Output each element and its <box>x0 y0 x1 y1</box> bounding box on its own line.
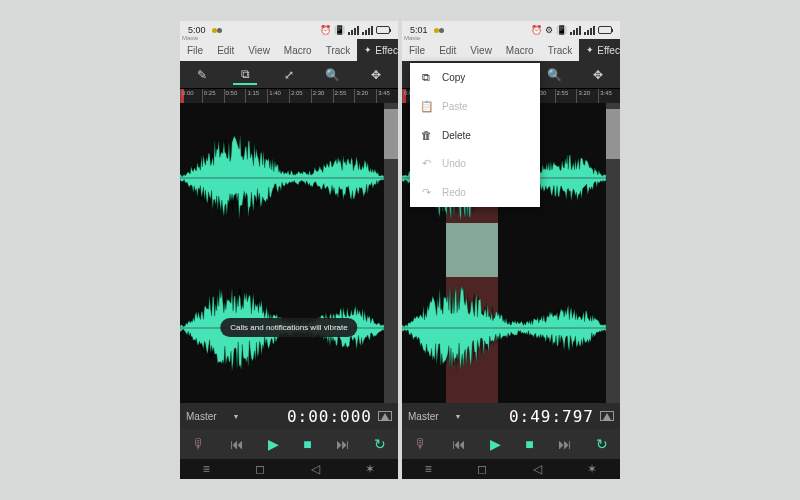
transport-bar: 🎙 ⏮ ▶ ■ ⏭ ↻ <box>402 429 620 459</box>
back-icon[interactable]: ◁ <box>533 462 542 476</box>
caret-down-icon: ▼ <box>233 413 240 420</box>
move-icon[interactable]: ✥ <box>586 65 610 85</box>
settings-icon: ⚙ <box>545 25 553 35</box>
mic-icon[interactable]: 🎙 <box>414 436 428 452</box>
skip-start-icon[interactable]: ⏮ <box>452 436 466 452</box>
status-time: 5:00 <box>188 25 206 35</box>
waveform-channel-top <box>180 103 384 253</box>
ctx-paste[interactable]: 📋Paste <box>410 92 540 121</box>
move-icon[interactable]: ✥ <box>364 65 388 85</box>
zoom-in-icon[interactable]: 🔍 <box>543 65 567 85</box>
loop-icon[interactable]: ↻ <box>596 436 608 452</box>
android-nav-bar: ≡ ◻ ◁ ✶ <box>180 459 398 479</box>
waveform-area[interactable]: Calls and notifications will vibrate <box>180 103 398 403</box>
menu-edit[interactable]: Edit <box>432 39 463 61</box>
track-label: Maste <box>404 35 420 41</box>
timeline-ruler[interactable]: 0:000:250:501:151:402:052:302:553:203:45 <box>180 89 398 103</box>
pencil-icon[interactable]: ✎ <box>190 65 214 85</box>
scrollbar-thumb[interactable] <box>384 109 398 159</box>
wand-icon: ✦ <box>586 45 594 55</box>
skip-end-icon[interactable]: ⏭ <box>558 436 572 452</box>
battery-icon <box>598 26 612 34</box>
ctx-delete[interactable]: 🗑Delete <box>410 121 540 149</box>
vibrate-icon: 📳 <box>334 25 345 35</box>
timestamp-display: 0:00:000 <box>246 407 373 426</box>
menu-view[interactable]: View <box>463 39 499 61</box>
track-dropdown[interactable]: Master ▼ <box>186 411 240 422</box>
clipboard-icon: 📋 <box>420 100 432 113</box>
redo-icon: ↷ <box>420 186 432 199</box>
signal-icon <box>348 26 359 35</box>
signal-icon <box>584 26 595 35</box>
alarm-icon: ⏰ <box>531 25 542 35</box>
recent-apps-icon[interactable]: ≡ <box>425 462 432 476</box>
accessibility-icon[interactable]: ✶ <box>587 462 597 476</box>
signal-icon <box>570 26 581 35</box>
toast-notification: Calls and notifications will vibrate <box>220 318 357 337</box>
ctx-redo[interactable]: ↷Redo <box>410 178 540 207</box>
status-dot-icon <box>217 28 222 33</box>
menubar: File Edit View Macro Track ✦Effects <box>180 39 398 61</box>
menu-track[interactable]: Track <box>319 39 358 61</box>
home-icon[interactable]: ◻ <box>255 462 265 476</box>
menu-file[interactable]: File <box>402 39 432 61</box>
stop-icon[interactable]: ■ <box>303 436 311 452</box>
recent-apps-icon[interactable]: ≡ <box>203 462 210 476</box>
menu-edit[interactable]: Edit <box>210 39 241 61</box>
waveform-channel-bottom <box>402 253 606 403</box>
time-row: Master ▼ 0:49:797 <box>402 403 620 429</box>
signal-icon <box>362 26 373 35</box>
copy-icon: ⧉ <box>420 71 432 84</box>
menu-macro[interactable]: Macro <box>499 39 541 61</box>
ctx-undo[interactable]: ↶Undo <box>410 149 540 178</box>
undo-icon: ↶ <box>420 157 432 170</box>
back-icon[interactable]: ◁ <box>311 462 320 476</box>
transport-bar: 🎙 ⏮ ▶ ■ ⏭ ↻ <box>180 429 398 459</box>
alarm-icon: ⏰ <box>320 25 331 35</box>
track-dropdown[interactable]: Master ▼ <box>408 411 462 422</box>
play-icon[interactable]: ▶ <box>268 436 279 452</box>
timestamp-display: 0:49:797 <box>468 407 595 426</box>
crop-icon[interactable]: ⧉ <box>233 65 257 85</box>
skip-end-icon[interactable]: ⏭ <box>336 436 350 452</box>
context-menu: ⧉Copy 📋Paste 🗑Delete ↶Undo ↷Redo <box>410 63 540 207</box>
trash-icon: 🗑 <box>420 129 432 141</box>
scrollbar-thumb[interactable] <box>606 109 620 159</box>
menu-track[interactable]: Track <box>541 39 580 61</box>
accessibility-icon[interactable]: ✶ <box>365 462 375 476</box>
android-nav-bar: ≡ ◻ ◁ ✶ <box>402 459 620 479</box>
histogram-icon[interactable] <box>378 411 392 421</box>
menu-effects[interactable]: ✦Effects <box>579 39 620 61</box>
vertical-scrollbar[interactable] <box>384 103 398 403</box>
vibrate-icon: 📳 <box>556 25 567 35</box>
status-dot-icon <box>212 28 217 33</box>
screenshot-right: 5:01 ⏰ ⚙ 📳 File Edit View Macro Track ✦E… <box>402 21 620 479</box>
zoom-out-icon[interactable]: ⤢ <box>277 65 301 85</box>
skip-start-icon[interactable]: ⏮ <box>230 436 244 452</box>
status-time: 5:01 <box>410 25 428 35</box>
menu-macro[interactable]: Macro <box>277 39 319 61</box>
home-icon[interactable]: ◻ <box>477 462 487 476</box>
tool-row: ✎ ⧉ ⤢ 🔍 ✥ <box>180 61 398 89</box>
screenshot-left: 5:00 ⏰ 📳 File Edit View Macro Track ✦Eff… <box>180 21 398 479</box>
status-dot-icon <box>439 28 444 33</box>
menu-effects[interactable]: ✦Effects <box>357 39 398 61</box>
menu-file[interactable]: File <box>180 39 210 61</box>
mic-icon[interactable]: 🎙 <box>192 436 206 452</box>
zoom-in-icon[interactable]: 🔍 <box>321 65 345 85</box>
menu-view[interactable]: View <box>241 39 277 61</box>
vertical-scrollbar[interactable] <box>606 103 620 403</box>
play-icon[interactable]: ▶ <box>490 436 501 452</box>
histogram-icon[interactable] <box>600 411 614 421</box>
wand-icon: ✦ <box>364 45 372 55</box>
status-bar: 5:01 ⏰ ⚙ 📳 <box>402 21 620 39</box>
status-dot-icon <box>434 28 439 33</box>
caret-down-icon: ▼ <box>455 413 462 420</box>
status-bar: 5:00 ⏰ 📳 <box>180 21 398 39</box>
track-label: Maste <box>182 35 198 41</box>
battery-icon <box>376 26 390 34</box>
menubar: File Edit View Macro Track ✦Effects <box>402 39 620 61</box>
loop-icon[interactable]: ↻ <box>374 436 386 452</box>
stop-icon[interactable]: ■ <box>525 436 533 452</box>
ctx-copy[interactable]: ⧉Copy <box>410 63 540 92</box>
